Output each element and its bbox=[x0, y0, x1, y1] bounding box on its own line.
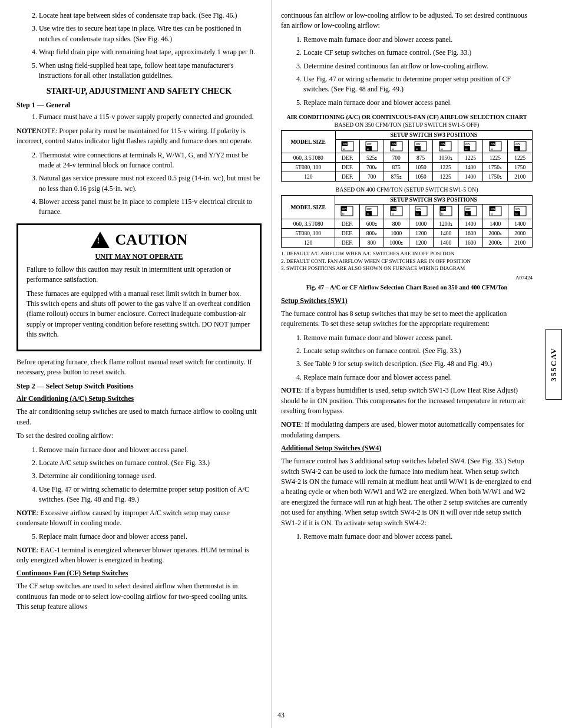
sw1-text: The furnace control has 8 setup switches… bbox=[281, 309, 533, 330]
caution-triangle-icon bbox=[91, 232, 110, 248]
table-row: 060, 3.5T080DEF.600₂80010001200₁14001400… bbox=[282, 219, 533, 229]
list-item: Locate setup switches on furnace control… bbox=[303, 346, 533, 356]
svg-text:ω: ω bbox=[392, 212, 394, 215]
table-header: ONω bbox=[433, 140, 458, 153]
list-item: Wrap field drain pipe with remaining hea… bbox=[39, 47, 262, 57]
svg-text:ω: ω bbox=[367, 147, 369, 150]
caution-title: CAUTION bbox=[27, 231, 252, 249]
table-row: 5T080, 100DEF.700₂8751050122514001750₁17… bbox=[282, 163, 533, 172]
svg-text:ω: ω bbox=[491, 212, 493, 215]
before-step2: Before operating furnace, check flame ro… bbox=[16, 357, 262, 378]
note-ac: NOTE: Excessive airflow caused by improp… bbox=[16, 508, 262, 529]
table-header: ONω bbox=[359, 205, 384, 219]
section-title: START-UP, ADJUSTMENT AND SAFETY CHECK bbox=[16, 87, 262, 96]
svg-text:ON: ON bbox=[367, 143, 372, 146]
chart400-label: BASED ON 400 CFM/TON (SETUP SWITCH SW1-5… bbox=[281, 186, 533, 193]
list-item: Remove main furnace door and blower acce… bbox=[303, 35, 533, 45]
model-size-header: MODEL SIZE bbox=[282, 196, 335, 219]
sw3-header: SETUP SWITCH SW3 POSITIONS bbox=[335, 196, 533, 205]
list-item: Remove main furnace door and blower acce… bbox=[303, 333, 533, 343]
list-item: Locate A/C setup switches on furnace con… bbox=[39, 458, 262, 468]
svg-text:ON: ON bbox=[392, 207, 396, 210]
table-header: ONω bbox=[458, 140, 482, 153]
svg-text:ω: ω bbox=[441, 147, 443, 150]
fig-caption: Fig. 47 – A/C or CF Airflow Selection Ch… bbox=[281, 284, 533, 291]
svg-text:ON: ON bbox=[416, 207, 421, 210]
svg-text:ON: ON bbox=[441, 207, 446, 210]
ac-setup-text: The air conditioning setup switches are … bbox=[16, 407, 262, 427]
svg-text:ON: ON bbox=[416, 143, 421, 146]
table-row: 120DEF.8001000₂1200140016002000₁2100 bbox=[282, 238, 533, 248]
svg-text:ω: ω bbox=[392, 147, 394, 150]
note-eac-text: EAC-1 terminal is energized whenever blo… bbox=[16, 546, 249, 564]
sw4-text1: The furnace control has 3 additional set… bbox=[281, 456, 533, 528]
table-header: ONω bbox=[335, 140, 359, 153]
model-size-header: MODEL SIZE bbox=[282, 131, 336, 153]
table-header: ONω bbox=[433, 205, 458, 219]
svg-text:ON: ON bbox=[515, 207, 520, 210]
list-item: When using field-supplied heat tape, fol… bbox=[39, 61, 262, 81]
table-row: 060, 3.5T080DEF.525₂7008751050₁122512251… bbox=[282, 153, 533, 163]
note-ac-text: Excessive airflow caused by improper A/C… bbox=[16, 509, 230, 527]
list-item: Determine air conditioning tonnage used. bbox=[39, 471, 262, 481]
list-item: Remove main furnace door and blower acce… bbox=[303, 532, 533, 542]
sw1-heading: Setup Switches (SW1) bbox=[281, 297, 348, 305]
step1-title: Step 1 — General bbox=[16, 101, 262, 110]
table-header: ONω bbox=[482, 140, 508, 153]
svg-text:ON: ON bbox=[515, 143, 520, 146]
footnote-3: 3. SWITCH POSITIONS ARE ALSO SHOWN ON FU… bbox=[281, 265, 533, 272]
page-number: 43 bbox=[277, 711, 285, 720]
footnote-2: 2. DEFAULT CONT. FAN AIRFLOW WHEN CF SWI… bbox=[281, 258, 533, 265]
airflow-chart-section: AIR CONDITIONING (A/C) OR CONTINUOUS-FAN… bbox=[281, 114, 533, 291]
list-item: Remove main furnace door and blower acce… bbox=[39, 445, 262, 455]
caution-subtitle: UNIT MAY NOT OPERATE bbox=[27, 252, 252, 261]
note-sw1b: NOTE: If modulating dampers are used, bl… bbox=[281, 420, 533, 440]
table-header: ONω bbox=[408, 140, 432, 153]
chart-label: AIR CONDITIONING (A/C) OR CONTINUOUS-FAN… bbox=[281, 114, 533, 120]
svg-text:ON: ON bbox=[367, 207, 372, 210]
list-item: Replace main furnace door and blower acc… bbox=[303, 373, 533, 383]
page: Locate heat tape between sides of conden… bbox=[0, 0, 562, 728]
list-item: Use Fig. 47 or wiring schematic to deter… bbox=[303, 74, 533, 95]
step2-title: Step 2 — Select Setup Switch Positions bbox=[16, 382, 262, 391]
list-item: Locate heat tape between sides of conden… bbox=[39, 11, 262, 21]
table-header: ONω bbox=[508, 205, 532, 219]
svg-text:ON: ON bbox=[491, 143, 495, 146]
footnotes: 1. DEFAULT A/C AIRFLOW WHEN A/C SWITCHES… bbox=[281, 250, 533, 272]
cf-continued: continuous fan airflow or low-cooling ai… bbox=[281, 11, 533, 31]
table-row: 5T080, 100DEF.800₂10001200140016002000₁2… bbox=[282, 229, 533, 238]
svg-text:ON: ON bbox=[465, 143, 470, 146]
list-item: Blower access panel must be in place to … bbox=[39, 197, 262, 218]
table-350: MODEL SIZE SETUP SWITCH SW3 POSITIONS ON… bbox=[281, 130, 533, 182]
svg-text:ω: ω bbox=[342, 212, 345, 215]
svg-text:ω: ω bbox=[416, 147, 418, 150]
svg-text:ω: ω bbox=[515, 212, 518, 215]
svg-text:ON: ON bbox=[441, 143, 445, 146]
table-header: ONω bbox=[335, 205, 359, 219]
ac-setup-intro: To set the desired cooling airflow: bbox=[16, 431, 262, 441]
table-header: ONω bbox=[409, 205, 433, 219]
list-item: Replace main furnace door and blower acc… bbox=[303, 98, 533, 108]
caution-label: CAUTION bbox=[115, 231, 188, 249]
note-sw1-text: If a bypass humidifier is used, setup sw… bbox=[281, 386, 525, 415]
svg-text:ω: ω bbox=[416, 212, 419, 215]
list-item: Furnace must have a 115-v power supply p… bbox=[39, 112, 262, 122]
fig-num: Fig. 47 – A/C or CF Airflow Selection Ch… bbox=[306, 284, 508, 291]
list-item: Locate CF setup switches on furnace cont… bbox=[303, 48, 533, 58]
footnote-1: 1. DEFAULT A/C AIRFLOW WHEN A/C SWITCHES… bbox=[281, 250, 533, 258]
note-sw1b-text: If modulating dampers are used, blower m… bbox=[281, 420, 524, 439]
svg-text:ON: ON bbox=[343, 143, 348, 146]
side-tab: 355CAV bbox=[546, 329, 562, 400]
right-column: continuous fan airflow or low-cooling ai… bbox=[271, 0, 542, 728]
list-item: Natural gas service pressure must not ex… bbox=[39, 173, 262, 194]
svg-text:ω: ω bbox=[343, 147, 345, 150]
table-400: MODEL SIZE SETUP SWITCH SW3 POSITIONS ON… bbox=[281, 195, 533, 248]
list-item: See Table 9 for setup switch description… bbox=[303, 359, 533, 369]
table-header: ONω bbox=[384, 205, 409, 219]
svg-text:ω: ω bbox=[441, 212, 444, 215]
svg-text:ω: ω bbox=[466, 212, 468, 215]
note-sw1: NOTE: If a bypass humidifier is used, se… bbox=[281, 386, 533, 416]
note-polarity: NOTENOTE: Proper polarity must be mainta… bbox=[16, 126, 262, 147]
sw3-header: SETUP SWITCH SW3 POSITIONS bbox=[335, 131, 532, 140]
caution-para2: These furnaces are equipped with a manua… bbox=[27, 289, 252, 340]
